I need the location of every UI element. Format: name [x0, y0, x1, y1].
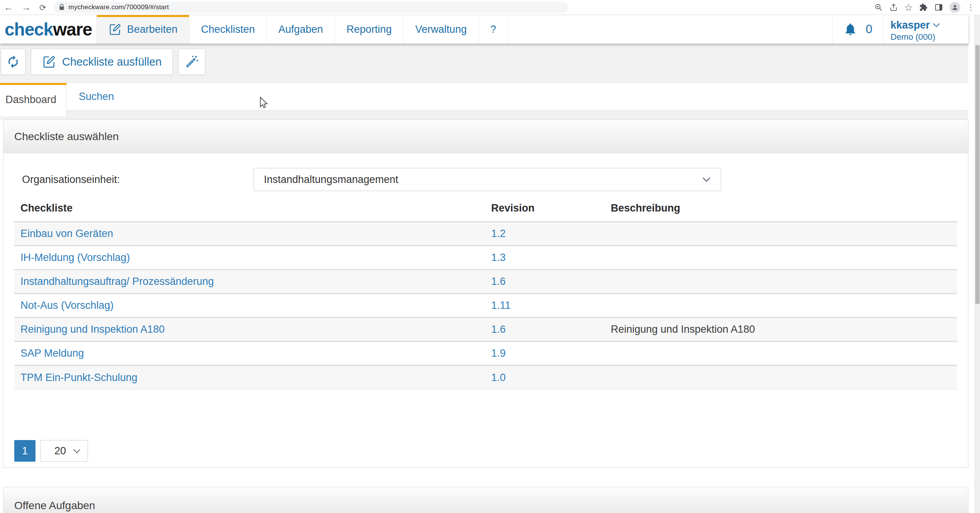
org-unit-label: Organisationseinheit: — [14, 174, 253, 186]
page-size-value: 20 — [54, 445, 66, 457]
checklist-link[interactable]: Einbau von Geräten — [20, 228, 113, 239]
page-scrollbar[interactable] — [975, 15, 980, 513]
menu-label: Checklisten — [201, 24, 255, 36]
menu-label: Reporting — [346, 24, 392, 36]
menu-item-aufgaben[interactable]: Aufgaben — [267, 15, 335, 44]
browser-bar: ← → ⟳ mycheckware.com/700009/#/start ☆ — [0, 0, 980, 15]
page-size-select[interactable]: 20 — [40, 440, 88, 462]
open-tasks-panel: Offene Aufgaben — [3, 487, 968, 513]
refresh-button[interactable] — [1, 49, 25, 75]
menu-item-checklisten[interactable]: Checklisten — [189, 15, 267, 44]
open-tasks-panel-header: Offene Aufgaben — [3, 487, 968, 513]
description-text: Reinigung und Inspektion A180 — [611, 323, 755, 335]
user-name: kkasper — [890, 19, 930, 31]
menu-item-bearbeiten[interactable]: Bearbeiten — [96, 15, 189, 44]
menu-item-verwaltung[interactable]: Verwaltung — [404, 15, 479, 44]
browser-forward-icon[interactable]: → — [22, 3, 31, 12]
logo-ware: ware — [53, 19, 92, 40]
chevron-down-icon — [932, 22, 941, 28]
magic-wand-icon — [185, 55, 199, 69]
bell-icon — [843, 22, 857, 36]
browser-reload-icon[interactable]: ⟳ — [39, 3, 46, 12]
content-spacer — [0, 111, 968, 120]
checklist-link[interactable]: Not-Aus (Vorschlag) — [20, 300, 114, 311]
zoom-icon[interactable] — [874, 3, 883, 12]
revision-link[interactable]: 1.0 — [491, 372, 506, 383]
tab-suchen[interactable]: Suchen — [67, 83, 151, 110]
revision-link[interactable]: 1.3 — [491, 252, 506, 263]
share-icon[interactable] — [889, 3, 898, 12]
chevron-down-icon — [702, 177, 711, 182]
checklist-panel: Checkliste auswählen Organisationseinhei… — [3, 120, 968, 468]
tab-label: Dashboard — [5, 94, 56, 106]
revision-link[interactable]: 1.9 — [491, 347, 506, 359]
menu-item-reporting[interactable]: Reporting — [335, 15, 404, 44]
menu-label: Aufgaben — [278, 24, 323, 36]
panel-title: Checkliste auswählen — [14, 130, 119, 143]
checklist-panel-header: Checkliste auswählen — [3, 120, 968, 153]
edit-square-icon — [108, 23, 122, 36]
bookmark-star-icon[interactable]: ☆ — [904, 3, 913, 12]
column-header-revision: Revision — [485, 199, 605, 222]
address-bar[interactable]: mycheckware.com/700009/#/start — [53, 2, 568, 13]
table-row: Instandhaltungsauftrag/ Prozessänderung … — [14, 270, 957, 294]
menu-item-help[interactable]: ? — [479, 15, 508, 44]
menu-label: ? — [490, 24, 496, 36]
app-header: checkware Bearbeiten Checklisten Aufgabe… — [0, 15, 968, 44]
table-row: IH-Meldung (Vorschlag) 1.3 — [14, 246, 957, 270]
org-unit-value: Instandhaltungsmanagement — [264, 174, 398, 186]
org-unit-select[interactable]: Instandhaltungsmanagement — [253, 168, 721, 191]
extensions-icon[interactable] — [919, 3, 928, 12]
browser-back-icon[interactable]: ← — [4, 3, 13, 12]
tab-dashboard[interactable]: Dashboard — [0, 83, 67, 116]
lock-icon — [59, 4, 65, 11]
revision-link[interactable]: 1.6 — [491, 323, 506, 335]
checklist-link[interactable]: SAP Meldung — [20, 347, 84, 359]
browser-profile-avatar[interactable] — [950, 2, 960, 13]
pagination: 1 20 — [14, 440, 957, 462]
checklist-link[interactable]: IH-Meldung (Vorschlag) — [20, 252, 130, 263]
checklist-link[interactable]: Reinigung und Inspektion A180 — [20, 323, 165, 335]
view-tabs: Dashboard Suchen — [0, 83, 968, 111]
chevron-down-icon — [73, 449, 81, 454]
page-gutter — [968, 15, 975, 513]
checklist-link[interactable]: Instandhaltungsauftrag/ Prozessänderung — [20, 276, 214, 287]
scrollbar-thumb[interactable] — [975, 45, 980, 304]
refresh-icon — [6, 55, 20, 69]
table-row: TPM Ein-Punkt-Schulung 1.0 — [14, 366, 957, 389]
revision-link[interactable]: 1.6 — [491, 276, 506, 287]
side-panel-icon[interactable] — [934, 3, 943, 12]
notification-count: 0 — [866, 22, 872, 36]
main-menu: Bearbeiten Checklisten Aufgaben Reportin… — [96, 15, 508, 44]
revision-link[interactable]: 1.2 — [491, 228, 506, 239]
tab-label: Suchen — [79, 91, 114, 103]
url-text: mycheckware.com/700009/#/start — [69, 3, 169, 11]
table-row: Reinigung und Inspektion A180 1.6 Reinig… — [14, 318, 957, 342]
table-row: SAP Meldung 1.9 — [14, 342, 957, 366]
menu-label: Verwaltung — [415, 24, 467, 36]
revision-link[interactable]: 1.11 — [491, 300, 511, 311]
checklist-table: Checkliste Revision Beschreibung Einbau … — [14, 199, 957, 389]
user-organisation: Demo (000) — [890, 32, 958, 42]
column-header-checkliste: Checkliste — [14, 199, 485, 222]
user-menu[interactable]: kkasper Demo (000) — [883, 15, 968, 44]
logo-check: check — [5, 19, 53, 40]
edit-square-icon — [42, 55, 56, 69]
panel-title: Offene Aufgaben — [14, 499, 95, 512]
notifications[interactable]: 0 — [832, 15, 883, 44]
table-row: Not-Aus (Vorschlag) 1.11 — [14, 294, 957, 318]
app-logo[interactable]: checkware — [0, 15, 96, 44]
screen: ← → ⟳ mycheckware.com/700009/#/start ☆ — [0, 0, 980, 513]
fill-checklist-label: Checkliste ausfüllen — [62, 56, 162, 68]
fill-checklist-button[interactable]: Checkliste ausfüllen — [31, 49, 173, 75]
toolbar: Checkliste ausfüllen — [0, 44, 968, 83]
page-button-1[interactable]: 1 — [14, 440, 35, 462]
checklist-link[interactable]: TPM Ein-Punkt-Schulung — [20, 372, 137, 383]
wizard-button[interactable] — [178, 49, 205, 75]
browser-menu-kebab-icon[interactable]: ⋮ — [967, 3, 975, 11]
column-header-beschreibung: Beschreibung — [605, 199, 957, 222]
menu-label: Bearbeiten — [127, 24, 177, 36]
table-row: Einbau von Geräten 1.2 — [14, 222, 957, 246]
